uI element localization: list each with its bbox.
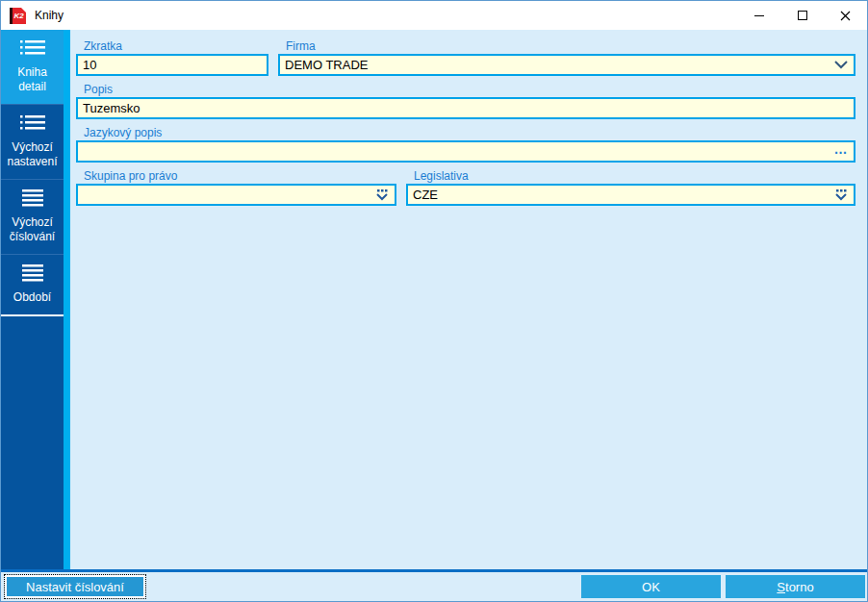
firma-label: Firma [286, 39, 855, 53]
skupina-pro-pravo-combobox [76, 184, 396, 206]
window-title: Knihy [35, 9, 64, 22]
menu-lines-icon [19, 188, 46, 208]
popis-input[interactable] [78, 99, 854, 117]
sidebar-item-kniha-detail[interactable]: Kniha detail [1, 30, 64, 104]
dots-chevron-icon [833, 188, 849, 202]
zkratka-label: Zkratka [84, 39, 268, 53]
minimize-button[interactable] [737, 1, 780, 30]
sidebar: Kniha detail Výchozí nastavení [1, 30, 64, 569]
storno-button[interactable]: Storno [726, 575, 865, 598]
menu-lines-icon [19, 263, 46, 283]
sidebar-item-label: Období [13, 290, 51, 305]
sidebar-item-label: Výchozí číslování [3, 215, 62, 244]
dots-chevron-icon [374, 188, 390, 202]
skupina-pro-pravo-label: Skupina pro právo [84, 169, 396, 183]
close-button[interactable] [824, 1, 867, 30]
skupina-pro-pravo-dropdown-button[interactable] [370, 186, 395, 204]
legislativa-label: Legislativa [414, 169, 855, 183]
titlebar: K2 Knihy [1, 1, 867, 30]
zkratka-field [76, 54, 268, 76]
jazykovy-popis-ellipsis-button[interactable]: … [829, 142, 854, 161]
app-logo-k2-icon: K2 [10, 8, 26, 24]
sidebar-item-vychozi-nastaveni[interactable]: Výchozí nastavení [1, 104, 64, 179]
minimize-icon [754, 15, 764, 16]
ok-button[interactable]: OK [581, 575, 721, 598]
app-logo-text: K2 [13, 12, 23, 20]
jazykovy-popis-field: … [76, 140, 855, 163]
storno-rest-letters: torno [785, 580, 814, 594]
storno-accel-letter: S [777, 580, 785, 594]
jazykovy-popis-input[interactable] [78, 142, 829, 161]
main-region: Kniha detail Výchozí nastavení [1, 30, 867, 569]
legislativa-combobox [406, 184, 855, 206]
detail-list-icon [19, 113, 46, 133]
detail-list-icon [19, 38, 46, 58]
form-content: Zkratka Firma [70, 30, 867, 569]
popis-field [76, 97, 855, 119]
sidebar-item-label: Výchozí nastavení [3, 140, 62, 169]
maximize-icon [798, 11, 807, 20]
footer-bar: Nastavit číslování OK Storno [1, 572, 867, 601]
sidebar-item-vychozi-cislovani[interactable]: Výchozí číslování [1, 179, 64, 254]
sidebar-item-obdobi[interactable]: Období [1, 254, 64, 314]
firma-combobox [278, 54, 855, 76]
jazykovy-popis-label: Jazykový popis [84, 126, 855, 139]
sidebar-accent-strip [64, 30, 70, 569]
legislativa-input[interactable] [408, 186, 829, 204]
zkratka-input[interactable] [78, 56, 267, 74]
sidebar-filler [1, 316, 64, 569]
close-icon [840, 11, 851, 21]
firma-dropdown-button[interactable] [829, 56, 854, 74]
popis-label: Popis [84, 83, 855, 96]
maximize-button[interactable] [780, 1, 824, 30]
ellipsis-icon: … [834, 144, 849, 160]
sidebar-item-label: Kniha detail [3, 65, 62, 94]
legislativa-dropdown-button[interactable] [829, 186, 854, 204]
skupina-pro-pravo-input[interactable] [78, 186, 370, 204]
chevron-down-icon [834, 61, 848, 69]
knihy-dialog-window: K2 Knihy [0, 0, 868, 602]
nastavit-cislovani-button[interactable]: Nastavit číslování [5, 575, 145, 598]
firma-input[interactable] [280, 56, 829, 74]
